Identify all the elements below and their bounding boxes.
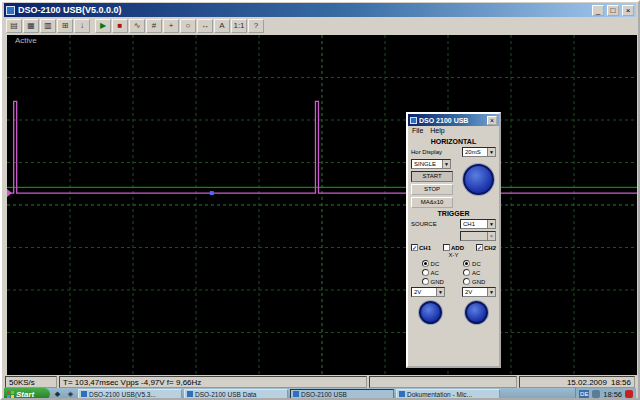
taskbar: Start ◆ ◈ DSO-2100 USB(V5.3... DSO-2100 … [4,388,636,400]
run-icon[interactable]: ▶ [95,19,111,33]
status-bar: 50KS/s T= 103,47msec Vpps -4,97V f= 9,66… [4,376,636,388]
dialog-icon [410,117,417,124]
tray-icon-red[interactable] [625,390,633,398]
control-dialog: DSO 2100 USB × File Help HORIZONTAL Hor … [406,112,501,368]
trigger-source-select[interactable]: CH1 ▼ [460,219,496,229]
minimize-button[interactable]: _ [592,5,604,16]
system-tray: DE 18:56 [575,388,636,400]
ch1-enable[interactable]: CH1 [411,244,431,251]
radio-icon[interactable] [463,278,470,285]
scope-display: Active [7,35,637,375]
dialog-title: DSO 2100 USB [419,117,485,124]
add-enable[interactable]: ADD [443,244,464,251]
quicklaunch-icon-1[interactable]: ◆ [52,389,63,399]
task-button-4[interactable]: Dokumentation - Mic... [396,389,500,399]
task-icon [81,391,87,397]
start-button[interactable]: START [411,171,453,182]
grid-icon[interactable]: # [146,19,162,33]
magnify-x10-button[interactable]: MA&x10 [411,197,453,208]
ch2-ac-radio[interactable]: AC [463,269,485,276]
radio-icon[interactable] [422,269,429,276]
task-button-3[interactable]: DSO-2100 USB [290,389,394,399]
stop-icon[interactable]: ■ [112,19,128,33]
copy-icon[interactable]: ⊞ [57,19,73,33]
scope-svg [7,35,637,375]
ch1-dc-radio[interactable]: DC [422,260,444,267]
zoom-icon[interactable]: ○ [180,19,196,33]
horizontal-section: HORIZONTAL Hor Display 20mS ▼ SINGLE ▼ S… [408,138,499,208]
chevron-down-icon[interactable]: ▼ [487,220,495,228]
export-icon[interactable]: ↓ [74,19,90,33]
radio-icon[interactable] [463,269,470,276]
task-icon [187,391,193,397]
dialog-menu-bar: File Help [408,126,499,136]
measurement-readout: T= 103,47msec Vpps -4,97V f= 9,66Hz [59,376,367,388]
timebase-select[interactable]: 20mS ▼ [462,147,496,157]
timebase-knob[interactable] [463,164,494,195]
save-icon[interactable]: ▦ [23,19,39,33]
trigger-header: TRIGGER [408,210,499,217]
chevron-down-icon[interactable]: ▼ [487,148,495,156]
menu-file[interactable]: File [412,127,423,136]
chevron-down-icon[interactable]: ▼ [487,288,495,296]
window-title: DSO-2100 USB(V5.0.0.0) [18,5,589,15]
main-window: DSO-2100 USB(V5.0.0.0) _ □ × ▤ ▦ ▥ ⊞ ↓ ▶… [0,0,640,400]
chevron-down-icon[interactable]: ▼ [442,160,450,168]
dialog-title-bar[interactable]: DSO 2100 USB × [408,114,499,126]
help-icon[interactable]: ? [248,19,264,33]
channel-section: CH1 ADD CH2 X-Y DC [408,244,499,324]
chevron-down-icon[interactable]: ▼ [487,232,495,240]
tray-clock: 18:56 [603,390,622,399]
windows-flag-icon [7,391,14,398]
trigger-section: TRIGGER SOURCE CH1 ▼ ▼ [408,210,499,241]
ch2-dc-radio[interactable]: DC [463,260,485,267]
hor-display-select[interactable]: SINGLE ▼ [411,159,451,169]
menu-help[interactable]: Help [430,127,444,136]
stop-button[interactable]: STOP [411,184,453,195]
trigger-source-label: SOURCE [411,221,437,227]
language-indicator[interactable]: DE [579,390,589,399]
status-spacer [369,376,517,388]
dialog-close-icon[interactable]: × [487,116,497,125]
text-icon[interactable]: A [214,19,230,33]
quicklaunch-icon-2[interactable]: ◈ [65,389,76,399]
ch1-volts-select[interactable]: 2V ▼ [411,287,445,297]
ch2-volts-select[interactable]: 2V ▼ [462,287,496,297]
toolbar-separator [91,19,94,33]
ch1-coupling-group: DC AC GND [422,260,444,285]
tray-icon[interactable] [592,390,600,398]
ch2-enable[interactable]: CH2 [476,244,496,251]
chevron-down-icon[interactable]: ▼ [436,288,444,296]
ch1-ac-radio[interactable]: AC [422,269,444,276]
one-to-one-icon[interactable]: 1:1 [231,19,247,33]
add-checkbox[interactable] [443,244,450,251]
ch2-checkbox[interactable] [476,244,483,251]
maximize-button[interactable]: □ [607,5,619,16]
open-icon[interactable]: ▤ [6,19,22,33]
task-icon [293,391,299,397]
ch1-checkbox[interactable] [411,244,418,251]
task-button-1[interactable]: DSO-2100 USB(V5.3... [78,389,182,399]
xy-mode-label: X-Y [408,252,499,258]
radio-icon[interactable] [422,278,429,285]
ch2-position-knob[interactable] [465,301,488,324]
app-icon [6,6,15,15]
radio-icon[interactable] [422,260,429,267]
close-button[interactable]: × [622,5,634,16]
ch1-position-knob[interactable] [419,301,442,324]
task-button-2[interactable]: DSO-2100 USB Data [184,389,288,399]
measure-icon[interactable]: ↔ [197,19,213,33]
start-button-taskbar[interactable]: Start [4,388,50,400]
trigger-slope-select[interactable]: ▼ [460,231,496,241]
toolbar: ▤ ▦ ▥ ⊞ ↓ ▶ ■ ∿ # + ○ ↔ A 1:1 ? [4,18,636,34]
radio-icon[interactable] [463,260,470,267]
horizontal-header: HORIZONTAL [408,138,499,145]
ch2-gnd-radio[interactable]: GND [463,278,485,285]
status-time: 18:56 [611,378,631,387]
ch1-gnd-radio[interactable]: GND [422,278,444,285]
waveform-icon[interactable]: ∿ [129,19,145,33]
cursor-icon[interactable]: + [163,19,179,33]
print-icon[interactable]: ▥ [40,19,56,33]
status-datetime: 15.02.2009 18:56 [519,376,635,388]
hor-display-label: Hor Display [411,149,442,155]
